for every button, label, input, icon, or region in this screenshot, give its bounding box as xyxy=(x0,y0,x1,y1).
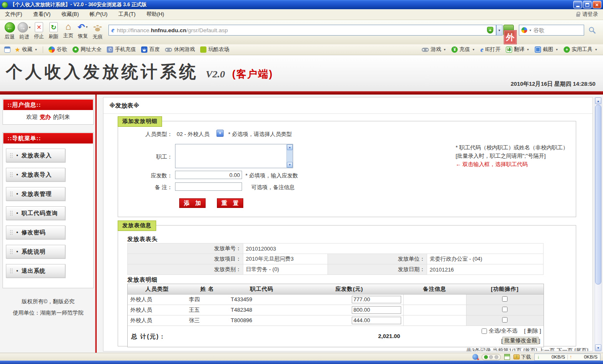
row-amount-input[interactable] xyxy=(352,317,401,324)
sidebar-item-staff-code-query[interactable]: •职工代码查询 xyxy=(6,206,65,220)
undo-dropdown-icon[interactable]: ▼ xyxy=(85,26,88,28)
scroll-down-icon[interactable]: ▼ xyxy=(287,162,293,168)
amount-input[interactable] xyxy=(175,171,242,179)
username: 党办 xyxy=(40,113,51,121)
restore-button[interactable] xyxy=(583,1,592,8)
minimize-button[interactable] xyxy=(573,1,582,8)
remark-input[interactable] xyxy=(175,182,242,191)
forward-dropdown-icon[interactable]: ▼ xyxy=(28,26,31,29)
select-all-label[interactable]: 全选/全不选 xyxy=(489,327,518,335)
add-button[interactable]: 添 加 xyxy=(179,198,206,208)
menu-favorites[interactable]: 收藏(B) xyxy=(62,11,79,18)
bookmark-farm[interactable]: 玩酷农场 xyxy=(199,46,230,53)
row-select-checkbox[interactable] xyxy=(502,317,508,323)
scroll-up-icon[interactable]: ▲ xyxy=(287,144,293,150)
pagination-clipped[interactable]: 共3条记录 当前第1/1页 [首页] 上一页 下一页 [尾页] xyxy=(466,347,588,351)
content-area: ::用户信息:: 欢迎 党办 的到来 ::导航菜单:: •发放表录入 •发放表导… xyxy=(0,95,603,353)
refresh-button[interactable]: ↻ 刷新 xyxy=(46,22,61,40)
sidebar-item-payroll-manage[interactable]: •发放表管理 xyxy=(6,187,65,201)
download-manager-button[interactable]: 下载 xyxy=(513,354,531,361)
network-doctor-icon[interactable] xyxy=(472,354,478,360)
payroll-info-section: 发放表信息 发放表表头 发放单号： 2010120003 发放项目： 2010年… xyxy=(118,225,576,346)
staff-textarea[interactable]: ▲ ▼ xyxy=(175,144,293,168)
phone-icon: ✆ xyxy=(107,46,113,53)
scrollbar-thumb[interactable] xyxy=(595,105,601,285)
row-select-checkbox[interactable] xyxy=(502,307,508,312)
select-all-checkbox[interactable] xyxy=(482,328,487,334)
login-link[interactable]: 请登录 xyxy=(576,11,598,18)
address-bar[interactable]: e http://finance.hnfnu.edu.cn/grsr/Defau… xyxy=(108,25,496,36)
row-amount-input[interactable] xyxy=(352,306,401,314)
col-amount: 应发数(元) xyxy=(295,284,403,294)
person-type-value[interactable]: 02 - 外校人员 xyxy=(177,131,209,138)
favorites-button[interactable]: ★ 收藏 ▼ xyxy=(13,46,39,53)
tool-open-in-ie[interactable]: eIE打开 xyxy=(479,46,502,54)
back-button[interactable]: ← 后退 xyxy=(3,22,17,41)
tool-screenshot[interactable]: 截图▼ xyxy=(533,46,559,53)
favorites-dropdown-icon[interactable]: ▼ xyxy=(34,48,37,51)
sidebar-item-payroll-import[interactable]: •发放表导入 xyxy=(6,168,65,182)
url-text[interactable]: http://finance.hnfnu.edu.cn/grsr/Default… xyxy=(117,27,228,33)
incognito-button[interactable]: 无痕 xyxy=(90,22,105,41)
reset-button[interactable]: 重 置 xyxy=(217,198,243,208)
bookmark-casual-games[interactable]: 休闲游戏 xyxy=(164,46,196,53)
chevron-down-icon: ▼ xyxy=(472,48,475,51)
translate-icon: 译 xyxy=(506,46,512,53)
traffic-light-widget[interactable] xyxy=(482,354,501,360)
person-type-dropdown-icon[interactable]: ▼ xyxy=(216,130,224,137)
bookmark-phone-recharge[interactable]: ✆手机充值 xyxy=(106,46,137,53)
sidebar-item-system-help[interactable]: •系统说明 xyxy=(6,245,65,259)
bullet-icon: • xyxy=(16,191,18,197)
search-engine-dropdown-icon[interactable]: ▼ xyxy=(529,29,532,32)
scroll-up-icon[interactable]: ▲ xyxy=(595,97,601,104)
delete-link[interactable]: [ 删除 ] xyxy=(524,327,541,335)
menu-tools[interactable]: 工具(T) xyxy=(119,11,136,18)
table-row: 外校人员 张三 T800896 xyxy=(128,315,544,326)
batch-edit-amount-button[interactable]: 批量修改金额 xyxy=(502,337,539,344)
window-mode-icon[interactable] xyxy=(504,354,510,360)
bookmark-google[interactable]: 谷歌 xyxy=(47,46,68,53)
row-amount-input[interactable] xyxy=(352,296,401,303)
close-button[interactable]: × xyxy=(593,1,601,8)
payroll-unit-label: 发放单位： xyxy=(328,254,427,264)
grip-icon xyxy=(10,153,13,158)
row-remark-cell[interactable] xyxy=(403,315,466,326)
undo-close-button[interactable]: ↶▼ 恢复 xyxy=(76,22,90,40)
payroll-detail-table: 人员类型 姓 名 职工代码 应发数(元) 备注信息 [功能操作] 外校人员 李四… xyxy=(128,284,544,326)
home-button[interactable]: ⌂ 主页 xyxy=(61,22,75,39)
tool-recharge[interactable]: ¥充值▼ xyxy=(450,46,476,53)
textarea-scrollbar[interactable]: ▲ ▼ xyxy=(286,144,293,168)
tool-translate[interactable]: 译翻译▼ xyxy=(505,46,531,53)
google-icon xyxy=(49,46,55,53)
sidebar-item-payroll-entry[interactable]: •发放表录入 xyxy=(6,149,65,162)
address-dropdown-button[interactable]: ▼ xyxy=(496,25,502,36)
search-magnifier-icon[interactable] xyxy=(588,26,596,34)
security-shield-icon[interactable]: + xyxy=(487,27,493,33)
menu-account[interactable]: 帐户(U) xyxy=(90,11,107,18)
menu-file[interactable]: 文件(F) xyxy=(5,11,22,18)
sidebar-item-change-password[interactable]: •修改密码 xyxy=(6,226,65,239)
vertical-scrollbar[interactable]: ▲ ▼ xyxy=(595,97,602,351)
user-info-title: ::用户信息:: xyxy=(3,100,93,110)
bookmark-baidu[interactable]: 百度 xyxy=(140,46,161,53)
search-box[interactable]: ▼ xyxy=(519,25,584,36)
red-divider-band xyxy=(0,91,603,95)
tool-utilities[interactable]: +实用工具▼ xyxy=(562,46,599,53)
stop-button[interactable]: ✕ 停止 xyxy=(32,22,46,40)
menu-help[interactable]: 帮助(H) xyxy=(147,11,164,18)
sidebar-panel-icon[interactable] xyxy=(4,46,10,53)
row-select-checkbox[interactable] xyxy=(502,296,508,302)
tool-games[interactable]: 游戏▼ xyxy=(420,46,447,53)
bookmark-nav360[interactable]: 网址大全 xyxy=(71,46,103,53)
browser-360-logo-icon xyxy=(2,2,8,8)
search-input[interactable] xyxy=(533,27,582,33)
sidebar-item-logout[interactable]: •退出系统 xyxy=(6,264,65,278)
row-remark-cell[interactable] xyxy=(403,294,466,305)
payroll-project-value: 2010年元旦慰问费3 xyxy=(243,254,328,264)
row-remark-cell[interactable] xyxy=(403,305,466,315)
forward-button[interactable]: →▼ 前进 xyxy=(17,22,31,41)
site-header: 个人收入发放统计系统 V2.0 (客户端) 2010年12月16日 星期四 14… xyxy=(0,55,603,91)
menu-view[interactable]: 查看(V) xyxy=(33,11,51,18)
scroll-down-icon[interactable]: ▼ xyxy=(595,344,601,351)
payroll-detail-table-wrap: 人员类型 姓 名 职工代码 应发数(元) 备注信息 [功能操作] 外校人员 李四… xyxy=(127,284,544,347)
